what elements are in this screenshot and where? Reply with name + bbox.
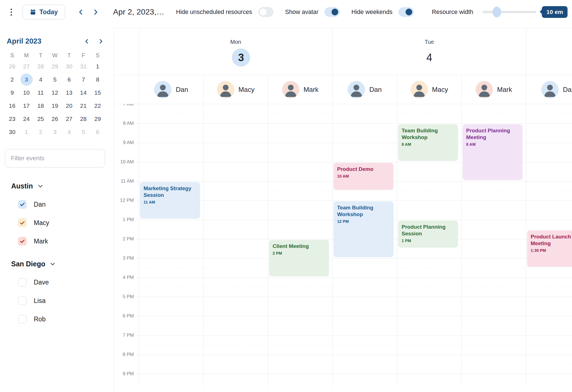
resource-header-dan[interactable]: Dan <box>526 75 572 104</box>
minical-day[interactable]: 19 <box>48 99 62 112</box>
minical-day[interactable]: 29 <box>48 60 62 73</box>
resource-width-slider[interactable] <box>483 6 536 18</box>
minical-day[interactable]: 6 <box>62 73 76 86</box>
minical-day[interactable]: 15 <box>90 86 105 99</box>
resource-name-label: Rob <box>34 315 46 323</box>
hour-line <box>136 316 572 316</box>
event-card[interactable]: Marketing Strategy Session11 AM <box>140 182 200 219</box>
resource-width-control: Resource width 10 em <box>432 6 569 18</box>
kebab-menu-icon[interactable] <box>11 8 12 16</box>
minical-next-button[interactable] <box>98 38 104 44</box>
minical-day[interactable]: 28 <box>76 112 90 125</box>
minical-day[interactable]: 5 <box>76 125 90 138</box>
resource-width-value-badge: 10 em <box>542 6 568 18</box>
event-card[interactable]: Team Building Workshop12 PM <box>333 201 394 257</box>
resource-header-mark[interactable]: Mark <box>268 75 332 104</box>
resource-checkbox[interactable] <box>18 200 27 209</box>
resource-header-macy[interactable]: Macy <box>203 75 268 104</box>
minical-day[interactable]: 7 <box>76 73 90 86</box>
resource-header-name: Dan <box>563 86 572 94</box>
check-icon <box>19 238 25 244</box>
minical-day[interactable]: 28 <box>34 60 48 73</box>
calendar-icon <box>30 9 36 15</box>
minical-day[interactable]: 26 <box>5 60 19 73</box>
hide-weekends-toggle[interactable] <box>399 7 414 17</box>
day-number[interactable]: 3 <box>232 49 250 66</box>
resource-header-macy[interactable]: Macy <box>397 75 461 104</box>
minical-day[interactable]: 9 <box>5 86 19 99</box>
day-header: Mon3 <box>139 28 332 75</box>
minical-day-number: 6 <box>63 73 75 86</box>
resource-checkbox[interactable] <box>18 219 27 227</box>
chevron-left-icon <box>84 38 90 44</box>
minical-day[interactable]: 18 <box>34 99 48 112</box>
minical-day[interactable]: 11 <box>34 86 48 99</box>
check-icon <box>19 201 25 207</box>
minical-day[interactable]: 29 <box>90 112 105 125</box>
event-card[interactable]: Team Building Workshop8 AM <box>398 124 458 161</box>
day-number[interactable]: 4 <box>420 49 438 66</box>
minical-day[interactable]: 2 <box>34 125 48 138</box>
minical-day[interactable]: 21 <box>76 99 90 112</box>
event-title: Marketing Strategy Session <box>144 185 196 199</box>
minical-day[interactable]: 1 <box>90 60 105 73</box>
minical-day[interactable]: 17 <box>19 99 34 112</box>
event-card[interactable]: Product Planning Session1 PM <box>398 221 458 248</box>
group-header-austin[interactable]: Austin <box>11 182 114 190</box>
minical-day[interactable]: 1 <box>19 125 34 138</box>
grid-column-line <box>139 104 139 392</box>
minical-day-number: 5 <box>49 73 61 86</box>
minical-day[interactable]: 25 <box>34 112 48 125</box>
resource-header-dan[interactable]: Dan <box>139 75 203 104</box>
minical-day[interactable]: 24 <box>19 112 34 125</box>
minical-day[interactable]: 27 <box>19 60 34 73</box>
resource-checkbox[interactable] <box>18 315 27 323</box>
hour-line <box>136 355 572 355</box>
minical-day[interactable]: 4 <box>34 73 48 86</box>
slider-knob[interactable] <box>493 7 501 17</box>
minical-day[interactable]: 2 <box>5 73 19 86</box>
event-card[interactable]: Product Demo10 AM <box>333 163 394 190</box>
minical-day[interactable]: 30 <box>5 125 19 138</box>
event-card[interactable]: Product Planning Meeting8 AM <box>463 124 523 180</box>
half-hour-line <box>139 326 572 326</box>
minical-day-number: 31 <box>77 60 90 73</box>
resource-header-dan[interactable]: Dan <box>332 75 397 104</box>
minical-day[interactable]: 27 <box>62 112 76 125</box>
minical-day[interactable]: 3 <box>48 125 62 138</box>
half-hour-line <box>139 268 572 268</box>
minical-day[interactable]: 13 <box>62 86 76 99</box>
minical-day[interactable]: 26 <box>48 112 62 125</box>
minical-day[interactable]: 12 <box>48 86 62 99</box>
prev-button[interactable] <box>77 9 84 16</box>
minical-day[interactable]: 10 <box>19 86 34 99</box>
minical-day[interactable]: 5 <box>48 73 62 86</box>
minical-day[interactable]: 31 <box>76 60 90 73</box>
event-card[interactable]: Product Launch Meeting1:30 PM <box>527 230 572 267</box>
today-button[interactable]: Today <box>23 5 65 20</box>
minical-day[interactable]: 6 <box>90 125 105 138</box>
minical-day-number: 18 <box>35 100 47 112</box>
resource-header-mark[interactable]: Mark <box>461 75 526 104</box>
minical-day[interactable]: 16 <box>5 99 19 112</box>
minical-day[interactable]: 20 <box>62 99 76 112</box>
hide-unscheduled-toggle[interactable] <box>258 7 273 17</box>
minical-prev-button[interactable] <box>84 38 90 44</box>
group-header-san-diego[interactable]: San Diego <box>11 260 114 268</box>
minical-day[interactable]: 8 <box>90 73 105 86</box>
minical-day[interactable]: 23 <box>5 112 19 125</box>
resource-checkbox[interactable] <box>18 237 27 245</box>
event-card[interactable]: Client Meeting2 PM <box>269 240 329 276</box>
show-avatar-toggle[interactable] <box>325 7 340 17</box>
minical-day[interactable]: 14 <box>76 86 90 99</box>
resource-checkbox[interactable] <box>18 278 27 286</box>
minical-day-number: 14 <box>77 87 90 99</box>
minical-day[interactable]: 3 <box>19 73 34 86</box>
resource-checkbox[interactable] <box>18 297 27 305</box>
minical-day[interactable]: 30 <box>62 60 76 73</box>
minical-day[interactable]: 22 <box>90 99 105 112</box>
next-button[interactable] <box>92 9 99 16</box>
resource-list-item: Dan <box>18 200 114 209</box>
minical-day[interactable]: 4 <box>62 125 76 138</box>
filter-events-input[interactable] <box>5 149 105 168</box>
